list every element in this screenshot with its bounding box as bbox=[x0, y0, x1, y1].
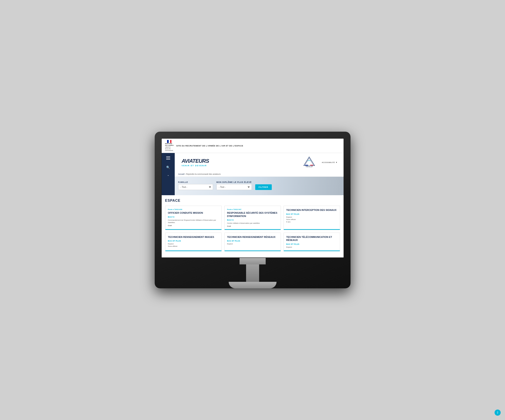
card-category: Espace bbox=[168, 243, 219, 245]
card-title: OFFICIER CONDUITE MISSION bbox=[168, 211, 219, 214]
card-description: Commandement de l'EspaceCentre Militaire… bbox=[168, 219, 219, 224]
job-card[interactable]: Poste n°2022-630OFFICIER CONDUITE MISSIO… bbox=[165, 206, 222, 230]
search-icon: 🔍 bbox=[166, 165, 170, 169]
hamburger-line-2 bbox=[166, 158, 170, 158]
french-flag bbox=[167, 140, 171, 143]
famille-select[interactable]: - Tout - bbox=[178, 184, 213, 190]
hamburger-line-3 bbox=[166, 159, 170, 159]
job-card[interactable]: TECHNICIEN RENSEIGNEMENT IMAGESBAC ET PL… bbox=[165, 233, 222, 251]
card-diploma: BAC ET PLUS bbox=[168, 240, 219, 242]
chevron-down-icon[interactable]: ⌄ bbox=[165, 172, 171, 178]
ministere-text: MINISTÈRE DES ARMÉES Liberté Égalité Fra… bbox=[165, 143, 174, 152]
content-column: AViATEURS VENIR ET DEVENIR bbox=[175, 153, 344, 195]
card-title: TECHNICIEN TÉLÉCOMMUNICATION ET RÉSEAUX bbox=[286, 235, 337, 242]
card-rank: Sous-officier bbox=[286, 218, 337, 220]
filter-row: FAMILLE - Tout - MON DIPLÔME LE PLUS ÉLE… bbox=[178, 181, 340, 190]
card-diploma: BAC ET PLUS bbox=[227, 240, 278, 242]
card-title: TECHNICIEN RENSEIGNEMENT IMAGES bbox=[168, 235, 219, 239]
card-category: Espace bbox=[286, 216, 337, 218]
card-duration: 6 ans bbox=[286, 221, 337, 223]
monitor-stand-pole bbox=[246, 264, 259, 282]
screen: MINISTÈRE DES ARMÉES Liberté Égalité Fra… bbox=[161, 138, 344, 258]
card-location: Creil bbox=[168, 225, 219, 227]
breadcrumb: Accueil › Rejoindre la communauté des av… bbox=[175, 172, 344, 177]
card-title: RESPONSABLE SÉCURITÉ DES SYSTÈMES D'INFO… bbox=[227, 211, 278, 218]
breadcrumb-separator: › bbox=[185, 173, 186, 175]
aviateurs-title: AViATEURS bbox=[182, 158, 209, 164]
breadcrumb-home-link[interactable]: Accueil bbox=[178, 173, 184, 175]
section-title: ESPACE bbox=[165, 199, 340, 203]
diplome-label: MON DIPLÔME LE PLUS ÉLEVÉ bbox=[216, 181, 252, 183]
monitor-stand-base bbox=[229, 282, 277, 288]
armee-air-logo: ARMÉE DE L'AIR & DE L'ESPACE bbox=[299, 155, 319, 170]
card-category: Espace bbox=[227, 243, 278, 245]
aviateurs-subtitle: VENIR ET DEVENIR bbox=[182, 165, 296, 167]
card-diploma: BAC+3 bbox=[168, 216, 219, 218]
card-title: TECHNICIEN RENSEIGNEMENT RÉSEAUX bbox=[227, 235, 278, 239]
card-post-no: Poste n°2022-547 bbox=[227, 209, 278, 210]
card-post-no: Poste n°2022-630 bbox=[168, 209, 219, 210]
accessibility-button[interactable]: ACCESSIBILITÉ ▼ bbox=[319, 160, 340, 165]
card-location: Creil bbox=[227, 225, 278, 227]
famille-label: FAMILLE bbox=[178, 181, 213, 183]
card-diploma: BAC+3 bbox=[227, 219, 278, 221]
job-card[interactable]: TECHNICIEN TÉLÉCOMMUNICATION ET RÉSEAUXB… bbox=[284, 233, 340, 251]
card-diploma: BAC ET PLUS bbox=[286, 243, 337, 245]
diplome-filter-group: MON DIPLÔME LE PLUS ÉLEVÉ - Tout - bbox=[216, 181, 252, 190]
aviateurs-logo: AViATEURS bbox=[182, 158, 296, 164]
svg-text:& DE L'ESPACE: & DE L'ESPACE bbox=[306, 167, 312, 167]
card-description: Centre militaire d'observation par satel… bbox=[227, 222, 278, 224]
ministere-logo: MINISTÈRE DES ARMÉES Liberté Égalité Fra… bbox=[165, 140, 174, 152]
monitor-stand-top bbox=[240, 258, 266, 264]
job-card[interactable]: TECHNICIEN INTERCEPTION DES SIGNAUXBAC E… bbox=[284, 206, 340, 230]
job-card[interactable]: Poste n°2022-547RESPONSABLE SÉCURITÉ DES… bbox=[224, 206, 281, 230]
menu-toggle-button[interactable] bbox=[162, 153, 174, 163]
filter-section: FAMILLE - Tout - MON DIPLÔME LE PLUS ÉLE… bbox=[175, 177, 344, 195]
hamburger-line-1 bbox=[166, 156, 170, 157]
monitor: MINISTÈRE DES ARMÉES Liberté Égalité Fra… bbox=[155, 132, 351, 288]
card-title: TECHNICIEN INTERCEPTION DES SIGNAUX bbox=[286, 209, 337, 211]
search-button[interactable]: 🔍 bbox=[162, 163, 174, 172]
card-rank: Sous-officier bbox=[168, 245, 219, 247]
breadcrumb-current: Rejoindre la communauté des aviateurs bbox=[186, 173, 221, 175]
header-wrapper: 🔍 ⌄ AViATEURS VENIR ET DEVENIR bbox=[162, 153, 344, 195]
main-content: ESPACE Poste n°2022-630OFFICIER CONDUITE… bbox=[162, 195, 344, 257]
accessibility-label: ACCESSIBILITÉ bbox=[322, 161, 335, 163]
filter-button[interactable]: FILTRER bbox=[255, 184, 272, 190]
chevron-down-icon: ▼ bbox=[336, 161, 337, 163]
card-diploma: BAC ET PLUS bbox=[286, 213, 337, 215]
card-category: Espace bbox=[286, 246, 337, 248]
top-bar: MINISTÈRE DES ARMÉES Liberté Égalité Fra… bbox=[162, 139, 344, 153]
logo-area: AViATEURS VENIR ET DEVENIR bbox=[178, 156, 299, 169]
nav-column: 🔍 ⌄ bbox=[162, 153, 175, 195]
site-title: SITE DU RECRUTEMENT DE L'ARMÉE DE L'AIR … bbox=[176, 145, 243, 147]
job-card[interactable]: TECHNICIEN RENSEIGNEMENT RÉSEAUXBAC ET P… bbox=[224, 233, 281, 251]
cards-grid: Poste n°2022-630OFFICIER CONDUITE MISSIO… bbox=[165, 206, 340, 251]
famille-filter-group: FAMILLE - Tout - bbox=[178, 181, 213, 190]
armee-air-logo-svg: ARMÉE DE L'AIR & DE L'ESPACE bbox=[303, 156, 316, 167]
diplome-select[interactable]: - Tout - bbox=[216, 184, 252, 190]
